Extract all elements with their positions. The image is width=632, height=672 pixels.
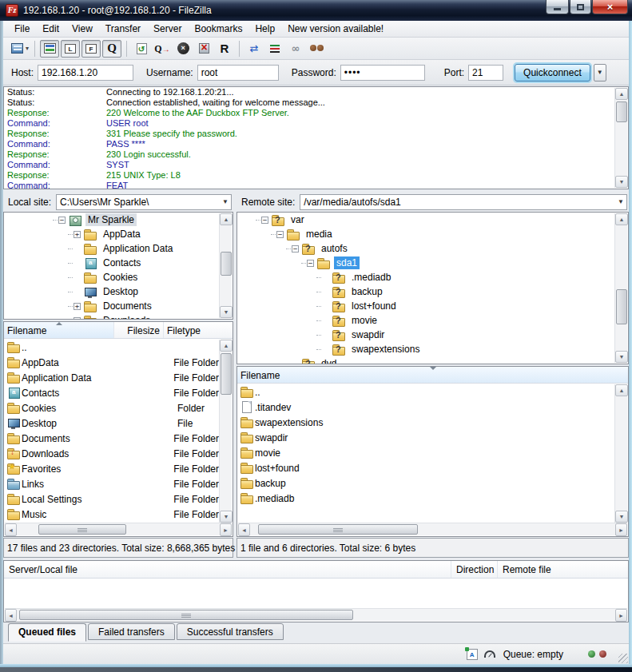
chevron-down-icon[interactable]: ▼ [615,198,626,205]
file-row[interactable]: .. [5,340,219,355]
column-header-filename[interactable]: Filename [237,367,628,383]
tab-failed-transfers[interactable]: Failed transfers [88,623,175,640]
compare-directories-button[interactable]: ⇄ [244,40,264,58]
tree-item[interactable]: Documents [4,299,233,313]
menu-edit[interactable]: Edit [36,22,66,36]
file-row[interactable]: ↓DownloadsFile Folder [5,446,219,461]
file-row[interactable]: lost+found [238,460,614,475]
expand-icon[interactable] [74,231,81,238]
scroll-right-icon[interactable]: ► [615,609,627,622]
scroll-thumb[interactable] [19,610,353,620]
cancel-button[interactable]: × [173,40,193,58]
tree-item[interactable]: ?movie [237,313,628,328]
tab-successful-transfers[interactable]: Successful transfers [177,623,284,640]
minimize-button[interactable] [546,0,569,14]
scroll-up-icon[interactable]: ▲ [615,384,628,396]
password-input[interactable] [340,65,425,81]
scroll-thumb[interactable] [258,524,418,535]
tree-item[interactable]: ?backup [237,284,628,299]
collapse-icon[interactable] [292,245,299,252]
column-header-filesize[interactable]: Filesize [114,322,164,338]
file-row[interactable]: DocumentsFile Folder [5,431,219,446]
resize-grip[interactable] [618,654,628,663]
local-list-hscrollbar[interactable]: ◄ ► [5,523,232,535]
file-row[interactable]: .. [238,384,614,400]
expand-icon[interactable] [74,303,81,310]
transfer-type-icon[interactable] [467,649,478,660]
chevron-down-icon[interactable]: ▼ [220,198,231,205]
scroll-left-icon[interactable]: ◄ [238,523,250,536]
tree-item[interactable]: ?dvd [237,356,628,364]
maximize-button[interactable] [570,0,591,14]
scroll-left-icon[interactable]: ◄ [5,609,17,622]
file-row[interactable]: LinksFile Folder [5,476,219,491]
tree-item[interactable]: Desktop [4,284,233,299]
menu-new-version[interactable]: New version available! [281,22,390,36]
scroll-down-icon[interactable]: ▼ [615,351,628,363]
log-scrollbar[interactable]: ▲ ▼ [614,88,627,188]
remote-site-combobox[interactable]: /var/media/autofs/sda1 ▼ [300,194,627,210]
file-row[interactable]: swapdir [238,430,614,445]
port-input[interactable] [468,65,503,81]
username-input[interactable] [197,65,279,81]
file-row[interactable]: DesktopFile [5,416,219,431]
column-header-remote-file[interactable]: Remote file [498,561,628,578]
tree-item[interactable]: Application Data [4,241,233,256]
tree-item[interactable]: ?.mediadb [237,270,628,284]
scroll-thumb[interactable] [38,524,126,535]
speed-limit-icon[interactable] [484,650,495,658]
menu-file[interactable]: File [8,22,36,36]
quickconnect-button[interactable]: Quickconnect [515,64,590,82]
tree-item[interactable]: sda1 [237,256,628,270]
tree-item[interactable]: ?swapdir [237,328,628,342]
close-button[interactable]: × [592,0,628,14]
scroll-left-icon[interactable]: ◄ [5,523,17,536]
file-row[interactable]: MusicFile Folder [5,507,219,522]
tree-item[interactable]: ?swapextensions [237,342,628,356]
local-tree-scrollbar[interactable]: ▲ ▼ [219,213,232,318]
collapse-icon[interactable] [307,260,314,267]
tree-item[interactable]: media [237,227,628,241]
tree-item[interactable]: Cookies [4,270,233,284]
remote-tree-scrollbar[interactable]: ▲ ▼ [614,213,627,363]
local-site-combobox[interactable]: C:\Users\Mr Sparkle\ ▼ [56,194,232,210]
column-header-server-local-file[interactable]: Server/Local file [4,561,451,578]
scroll-down-icon[interactable]: ▼ [615,176,628,188]
toggle-local-tree-button[interactable]: L [61,40,80,58]
remote-list-scrollbar[interactable]: ▲ ▼ [614,384,627,523]
file-row[interactable]: CookiesFolder [5,400,219,416]
column-header-direction[interactable]: Direction [451,561,498,578]
queue-hscrollbar[interactable]: ◄ ► [5,608,627,621]
remote-list-hscrollbar[interactable]: ◄ ► [238,523,627,535]
file-row[interactable]: ★FavoritesFile Folder [5,461,219,476]
quickconnect-dropdown-button[interactable]: ▼ [594,64,606,82]
filter-button[interactable] [265,40,284,58]
tree-item[interactable]: Mr Sparkle [4,213,233,227]
disconnect-button[interactable] [194,40,213,58]
tree-item[interactable]: aContacts [4,256,233,270]
file-row[interactable]: AppDataFile Folder [5,355,219,370]
scroll-thumb[interactable] [221,353,232,395]
collapse-icon[interactable] [276,231,284,238]
menu-bookmarks[interactable]: Bookmarks [188,22,248,36]
tree-item[interactable]: ?autofs [237,241,628,256]
file-row[interactable]: aContactsFile Folder [5,385,219,400]
file-row[interactable]: movie [238,445,614,460]
scroll-up-icon[interactable]: ▲ [220,340,233,352]
column-header-filetype[interactable]: Filetype [164,322,233,338]
menu-view[interactable]: View [66,22,99,36]
toggle-remote-tree-button[interactable]: F [81,40,101,58]
scroll-thumb[interactable] [616,101,627,122]
file-row[interactable]: .titandev [238,400,614,415]
scroll-right-icon[interactable]: ► [615,523,627,536]
collapse-icon[interactable] [58,217,66,224]
host-input[interactable] [38,65,133,81]
process-queue-button[interactable]: Q [153,40,172,58]
scroll-down-icon[interactable]: ▼ [615,511,628,523]
local-list-scrollbar[interactable]: ▲ ▼ [219,340,232,523]
file-row[interactable]: .mediadb [238,491,614,506]
menu-transfer[interactable]: Transfer [99,22,147,36]
tree-item[interactable]: ?lost+found [237,299,628,313]
tree-item[interactable]: ↓Downloads [4,313,233,320]
column-header-filename[interactable]: Filename [4,322,114,338]
